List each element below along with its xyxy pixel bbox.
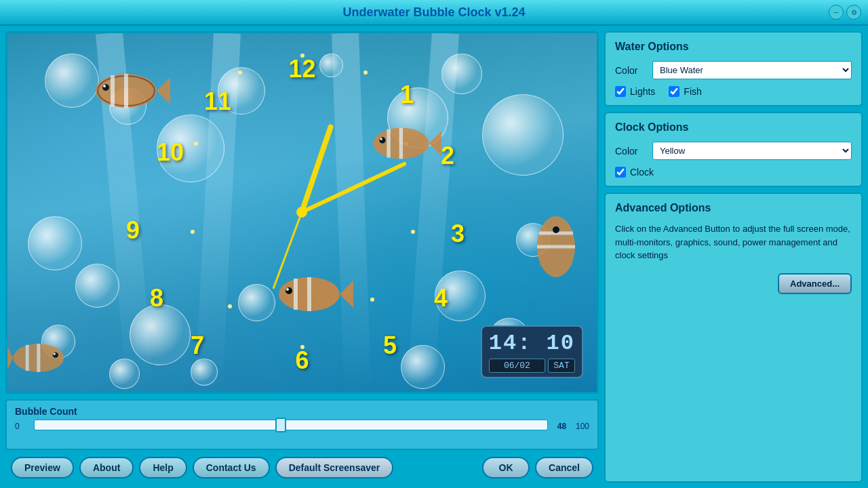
water-options-title: Water Options <box>615 41 852 53</box>
advanced-options-box: Advanced Options Click on the Advanced B… <box>604 192 863 483</box>
advanced-btn-row: Advanced... <box>615 273 852 294</box>
bubble-count-slider[interactable] <box>34 420 548 430</box>
fish-4 <box>529 209 583 284</box>
slider-value-48: 48 <box>553 422 570 431</box>
right-buttons: OK Cancel <box>482 457 593 479</box>
water-checkboxes: Lights Fish <box>615 86 852 97</box>
clock-checkbox-item: Clock <box>615 167 654 178</box>
svg-marker-20 <box>340 281 353 308</box>
right-panel: Water Options Color Blue Water Green Wat… <box>599 31 863 483</box>
title-bar: Underwater Bubble Clock v1.24 ─ ⚙ <box>0 0 868 26</box>
digital-date-row: 06/02 SAT <box>489 359 575 373</box>
slider-row: 0 48 100 <box>15 420 589 433</box>
svg-point-33 <box>54 353 56 355</box>
contact-us-button[interactable]: Contact Us <box>193 457 270 479</box>
bubble-count-section: Bubble Count 0 48 100 <box>5 399 599 450</box>
fish-checkbox-item: Fish <box>669 86 701 97</box>
fish-checkbox[interactable] <box>669 86 679 97</box>
svg-point-10 <box>103 85 106 87</box>
app-title: Underwater Bubble Clock v1.24 <box>342 5 525 20</box>
svg-point-32 <box>53 352 58 358</box>
preview-button[interactable]: Preview <box>11 457 74 479</box>
clock-color-row: Color Yellow White Red Green Blue <box>615 142 852 160</box>
slider-container <box>34 420 548 433</box>
preview-area: 12 1 2 3 4 5 6 7 8 9 10 11 <box>5 31 599 394</box>
ok-button[interactable]: OK <box>482 457 530 479</box>
clock-checkbox[interactable] <box>615 167 626 178</box>
cancel-button[interactable]: Cancel <box>535 457 593 479</box>
digital-date-value: 06/02 <box>489 359 545 373</box>
slider-max-label: 100 <box>576 422 589 431</box>
advanced-options-title: Advanced Options <box>615 202 852 214</box>
svg-point-9 <box>102 84 109 91</box>
bubble-count-title: Bubble Count <box>15 406 589 417</box>
svg-point-16 <box>380 138 382 140</box>
svg-marker-14 <box>429 131 441 156</box>
svg-marker-31 <box>7 346 13 369</box>
settings-icon[interactable]: ⚙ <box>846 5 861 20</box>
water-color-label: Color <box>615 65 646 76</box>
minimize-button[interactable]: ─ <box>829 5 844 20</box>
main-layout: 12 1 2 3 4 5 6 7 8 9 10 11 <box>0 26 868 488</box>
clock-checkboxes: Clock <box>615 167 852 178</box>
fish-5 <box>7 331 75 385</box>
digital-time-display: 14: 10 <box>489 331 575 356</box>
bottom-buttons: Preview About Help Contact Us Default Sc… <box>5 453 599 483</box>
clock-options-title: Clock Options <box>615 121 852 134</box>
digital-clock: 14: 10 06/02 SAT <box>481 325 583 378</box>
lights-label: Lights <box>630 86 655 97</box>
fish-2 <box>367 121 441 165</box>
water-color-row: Color Blue Water Green Water Clear Water… <box>615 61 852 79</box>
svg-point-27 <box>553 226 559 233</box>
svg-point-21 <box>285 287 292 294</box>
water-color-select[interactable]: Blue Water Green Water Clear Water Dark … <box>652 61 852 79</box>
fish-3 <box>272 270 353 318</box>
slider-min-label: 0 <box>15 422 28 431</box>
advanced-button[interactable]: Advanced... <box>778 273 852 294</box>
help-button[interactable]: Help <box>139 457 186 479</box>
clock-color-select[interactable]: Yellow White Red Green Blue <box>652 142 852 160</box>
left-buttons: Preview About Help Contact Us Default Sc… <box>11 457 393 479</box>
water-options-box: Water Options Color Blue Water Green Wat… <box>604 31 863 106</box>
svg-point-22 <box>286 288 289 291</box>
left-panel: 12 1 2 3 4 5 6 7 8 9 10 11 <box>5 31 599 483</box>
fish-label: Fish <box>684 86 701 97</box>
window-controls: ─ ⚙ <box>829 5 861 20</box>
fish-1 <box>89 67 170 115</box>
svg-point-15 <box>379 137 385 143</box>
svg-marker-8 <box>157 77 170 104</box>
lights-checkbox[interactable] <box>615 86 626 97</box>
clock-options-box: Clock Options Color Yellow White Red Gre… <box>604 112 863 187</box>
clock-label: Clock <box>630 167 654 178</box>
default-screensaver-button[interactable]: Default Screensaver <box>275 457 394 479</box>
digital-day-value: SAT <box>548 359 575 373</box>
svg-point-3 <box>296 207 307 218</box>
advanced-description: Click on the Advanced Button to adjust t… <box>615 222 852 262</box>
about-button[interactable]: About <box>79 457 134 479</box>
lights-checkbox-item: Lights <box>615 86 655 97</box>
clock-color-label: Color <box>615 146 646 157</box>
